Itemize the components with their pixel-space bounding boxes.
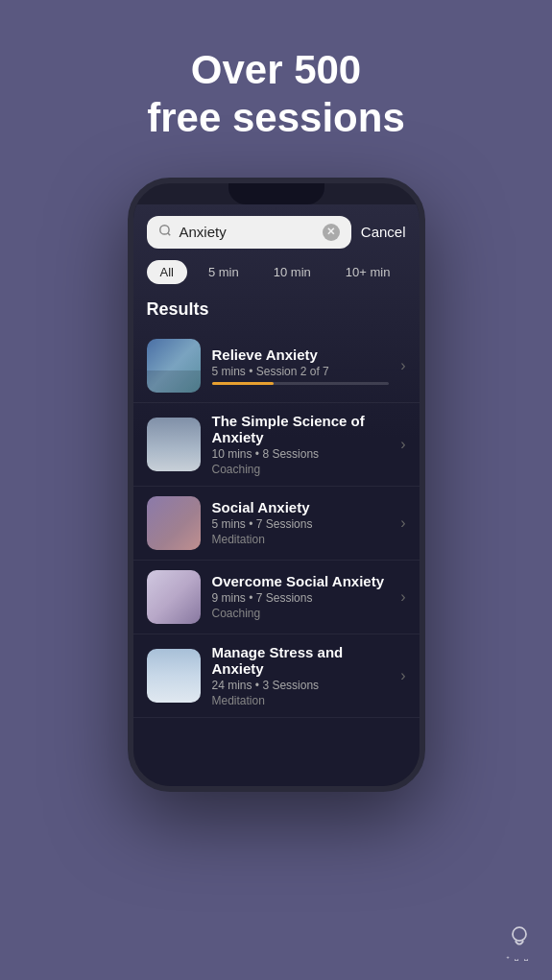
item-meta: 5 mins • Session 2 of 7 [212,365,390,378]
list-item[interactable]: Relieve Anxiety 5 mins • Session 2 of 7 … [133,329,420,403]
item-type: Coaching [212,607,390,620]
chevron-right-icon: › [400,588,405,606]
search-icon [158,224,172,241]
item-title: Manage Stress and Anxiety [212,644,390,677]
item-thumbnail [147,418,201,471]
filter-10plus[interactable]: 10+ min [332,260,404,284]
hero-line2: free sessions [147,95,405,140]
item-meta: 5 mins • 7 Sessions [212,517,390,531]
phone-frame: Anxiety ✕ Cancel All 5 min 10 min 10+ mi… [128,178,425,792]
item-title: Social Anxiety [212,499,390,515]
item-title: Overcome Social Anxiety [212,573,390,589]
hero-section: Over 500 free sessions [0,0,552,143]
hero-line1: Over 500 [191,47,361,92]
chevron-right-icon: › [400,514,405,532]
item-thumbnail [147,570,201,624]
item-title: Relieve Anxiety [212,347,390,363]
item-info: Overcome Social Anxiety 9 mins • 7 Sessi… [212,573,390,620]
logo-icon [506,923,533,950]
item-info: Social Anxiety 5 mins • 7 Sessions Medit… [212,499,390,546]
svg-line-1 [167,232,170,235]
logo-text: ᐩꟷꟷ [506,954,533,965]
item-type: Meditation [212,694,390,707]
item-thumbnail [147,339,201,393]
item-meta: 24 mins • 3 Sessions [212,679,390,692]
item-info: The Simple Science of Anxiety 10 mins • … [212,413,390,476]
item-info: Manage Stress and Anxiety 24 mins • 3 Se… [212,644,390,707]
item-meta: 10 mins • 8 Sessions [212,447,390,461]
item-type: Coaching [212,463,390,476]
item-type: Meditation [212,533,390,546]
item-thumbnail [147,496,201,550]
chevron-right-icon: › [400,667,405,684]
chevron-right-icon: › [400,436,405,453]
filter-5min[interactable]: 5 min [195,260,252,284]
list-item[interactable]: The Simple Science of Anxiety 10 mins • … [133,403,420,487]
list-item[interactable]: Manage Stress and Anxiety 24 mins • 3 Se… [133,634,420,718]
search-input-value: Anxiety [180,224,315,240]
svg-point-2 [513,927,526,941]
brand-logo: ᐩꟷꟷ [506,923,533,965]
item-title: The Simple Science of Anxiety [212,413,390,445]
cancel-button[interactable]: Cancel [361,224,406,240]
item-info: Relieve Anxiety 5 mins • Session 2 of 7 [212,347,390,385]
filter-10min[interactable]: 10 min [260,260,324,284]
phone-mockup: Anxiety ✕ Cancel All 5 min 10 min 10+ mi… [0,178,552,792]
chevron-right-icon: › [400,357,405,374]
filter-pills: All 5 min 10 min 10+ min [133,256,420,294]
item-thumbnail [147,649,201,703]
progress-bar-fill [212,382,275,385]
phone-screen: Anxiety ✕ Cancel All 5 min 10 min 10+ mi… [133,204,420,786]
list-item[interactable]: Overcome Social Anxiety 9 mins • 7 Sessi… [133,561,420,634]
svg-point-0 [159,226,168,234]
item-meta: 9 mins • 7 Sessions [212,591,390,605]
search-bar[interactable]: Anxiety ✕ [147,216,351,249]
clear-search-button[interactable]: ✕ [323,224,340,241]
progress-bar-container [212,382,390,385]
phone-notch [228,183,324,204]
filter-all[interactable]: All [147,260,187,284]
results-label: Results [133,294,420,329]
search-area: Anxiety ✕ Cancel [133,204,420,256]
list-item[interactable]: Social Anxiety 5 mins • 7 Sessions Medit… [133,487,420,561]
